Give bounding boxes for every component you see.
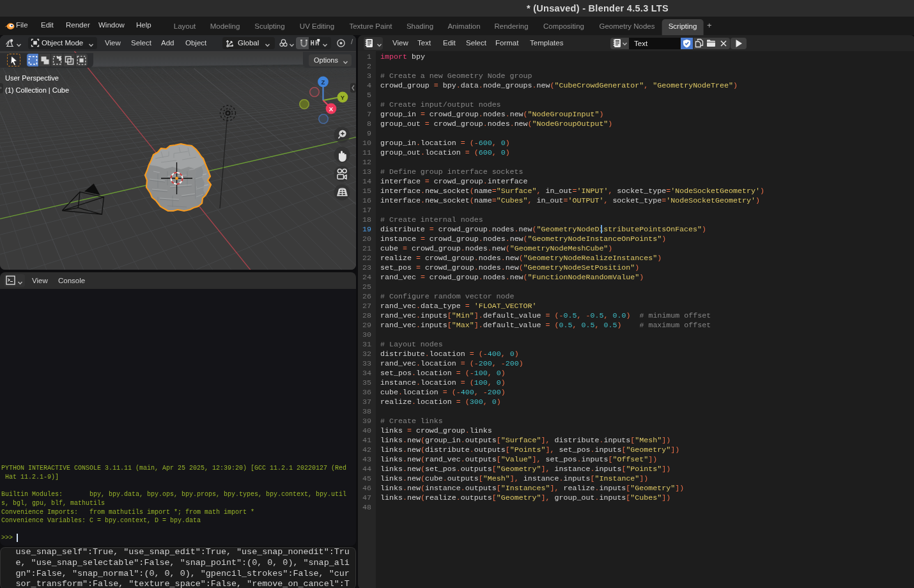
svg-text:Z: Z: [321, 79, 325, 86]
svg-text:Y: Y: [341, 94, 345, 101]
svg-text:X: X: [329, 105, 334, 112]
